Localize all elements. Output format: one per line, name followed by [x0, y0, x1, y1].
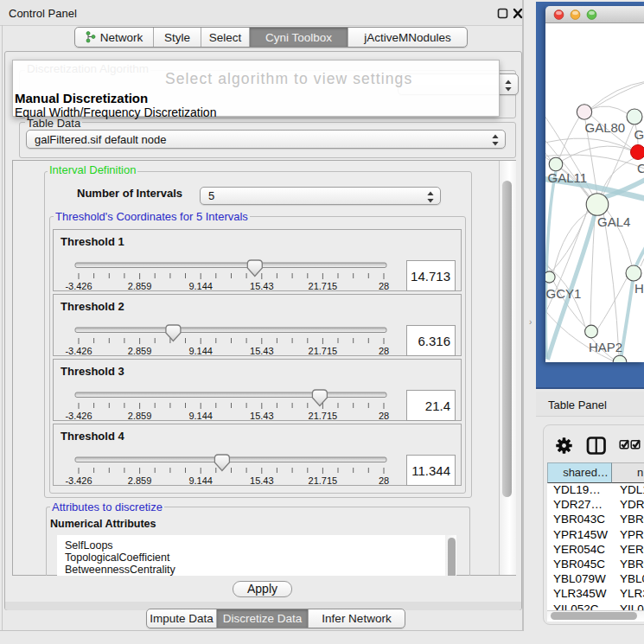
svg-text:15.43: 15.43 [250, 411, 274, 421]
svg-text:9.144: 9.144 [188, 411, 213, 421]
svg-text:15.43: 15.43 [250, 475, 274, 486]
svg-text:15.43: 15.43 [250, 346, 274, 356]
svg-text:21.715: 21.715 [309, 281, 338, 291]
svg-text:2.859: 2.859 [128, 281, 152, 291]
svg-text:9.144: 9.144 [188, 346, 213, 356]
svg-text:28: 28 [379, 475, 389, 486]
svg-text:28: 28 [379, 346, 389, 356]
svg-text:28: 28 [379, 281, 389, 291]
svg-text:-3.426: -3.426 [65, 281, 92, 291]
svg-text:9.144: 9.144 [188, 475, 213, 486]
svg-text:2.859: 2.859 [128, 411, 152, 421]
svg-text:-3.426: -3.426 [65, 411, 92, 421]
svg-text:15.43: 15.43 [250, 281, 274, 291]
svg-text:21.715: 21.715 [309, 475, 338, 486]
svg-text:28: 28 [379, 411, 389, 421]
svg-text:21.715: 21.715 [309, 346, 338, 356]
svg-text:G: G [634, 127, 644, 142]
svg-text:GCY1: GCY1 [546, 286, 582, 301]
svg-text:GAL11: GAL11 [548, 170, 588, 185]
svg-text:GAL80: GAL80 [585, 120, 626, 135]
svg-text:2.859: 2.859 [128, 475, 152, 486]
svg-text:2.859: 2.859 [128, 346, 152, 356]
svg-text:C: C [637, 161, 644, 175]
svg-text:21.715: 21.715 [309, 411, 338, 421]
svg-text:HAP2: HAP2 [589, 340, 622, 354]
svg-text:9.144: 9.144 [188, 281, 213, 291]
svg-text:H: H [634, 281, 644, 296]
svg-text:GAL4: GAL4 [597, 214, 630, 229]
svg-text:-3.426: -3.426 [65, 475, 92, 486]
svg-text:-3.426: -3.426 [65, 346, 92, 356]
